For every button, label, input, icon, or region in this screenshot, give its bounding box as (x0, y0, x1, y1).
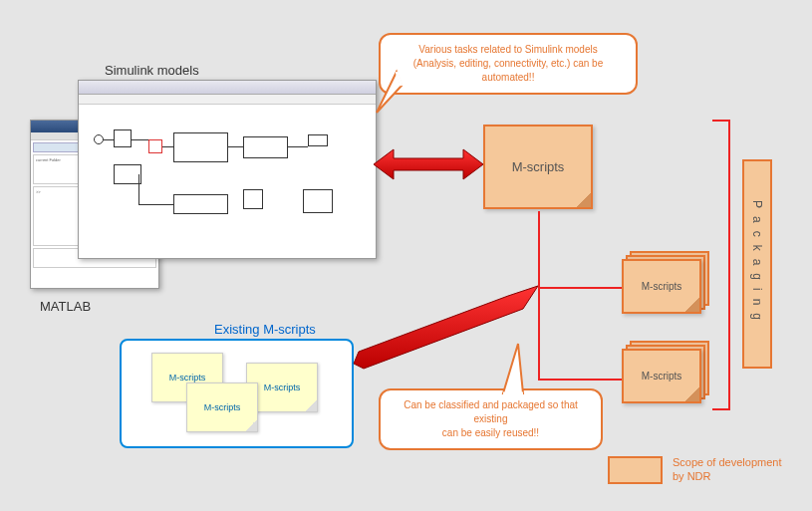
bubble1-line2: (Analysis, editing, connectivity, etc.) … (393, 57, 624, 85)
svg-marker-0 (374, 149, 483, 179)
legend-line2: by NDR (673, 469, 781, 483)
tree-vline (538, 211, 540, 381)
existing-label: Existing M-scripts (214, 322, 316, 337)
packaging-bracket (712, 120, 730, 410)
bubble-automation: Various tasks related to Simulink models… (379, 33, 638, 95)
bubble1-line1: Various tasks related to Simulink models (393, 43, 624, 57)
existing-mscripts-box: M-scripts M-scripts M-scripts (120, 339, 354, 448)
bubble2-line1: Can be classified and packaged so that e… (393, 398, 589, 426)
simulink-label: Simulink models (105, 63, 199, 78)
legend-swatch (608, 456, 663, 484)
tree-hline1 (538, 287, 622, 289)
arrow-simulink-mscripts (369, 144, 488, 184)
legend-text: Scope of development by NDR (673, 455, 781, 484)
simulink-window (78, 80, 377, 259)
mscript-sub2: M-scripts (622, 349, 701, 403)
mscript-sub2-label: M-scripts (642, 371, 682, 382)
sticky-b: M-scripts (186, 383, 258, 432)
svg-marker-1 (354, 286, 538, 369)
packaging-box: Packaging (742, 159, 772, 369)
legend-line1: Scope of development (673, 455, 781, 469)
tree-hline2 (538, 379, 622, 381)
bubble2-line2: can be easily reused!! (393, 426, 589, 440)
matlab-label: MATLAB (40, 299, 91, 314)
mscript-sub1-label: M-scripts (642, 281, 682, 292)
packaging-label: Packaging (750, 200, 764, 328)
mscript-sub1: M-scripts (622, 259, 701, 314)
bubble1-tail (367, 68, 406, 128)
mscript-main-label: M-scripts (512, 159, 565, 174)
arrow-existing-tree (344, 284, 543, 374)
mscript-main: M-scripts (483, 125, 593, 209)
